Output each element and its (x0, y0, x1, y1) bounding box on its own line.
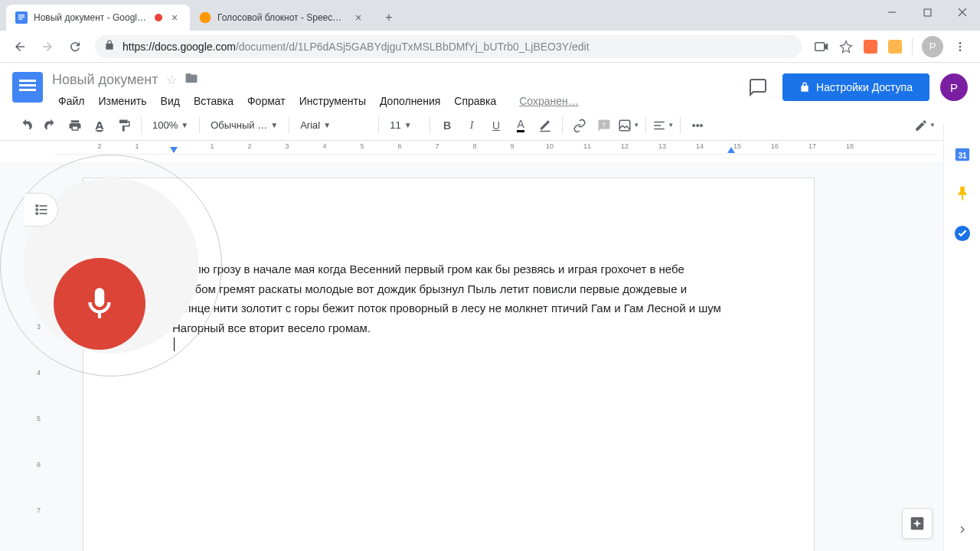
svg-point-12 (959, 42, 962, 44)
window-controls (874, 0, 980, 24)
align-button[interactable]: ▼ (652, 115, 674, 136)
keep-icon[interactable] (954, 185, 971, 202)
extension-icon-2[interactable] (887, 39, 903, 54)
menu-addons[interactable]: Дополнения (374, 92, 446, 110)
indent-marker-left[interactable] (170, 147, 178, 155)
zoom-select[interactable]: 100%▼ (148, 115, 193, 136)
saving-status: Сохранен… (513, 92, 585, 110)
paint-format-button[interactable] (113, 115, 135, 136)
fontsize-select[interactable]: 11▼ (385, 115, 423, 136)
lock-icon (104, 40, 115, 53)
chevron-right-icon[interactable] (956, 523, 969, 539)
toolbar: A̲ 100%▼ Обычный …▼ Arial▼ 11▼ B I U A ▼… (0, 110, 980, 141)
menu-tools[interactable]: Инструменты (293, 92, 372, 110)
bold-button[interactable]: B (436, 115, 458, 136)
camera-icon[interactable] (814, 39, 829, 54)
print-button[interactable] (64, 115, 86, 136)
editing-mode-button[interactable]: ▼ (914, 115, 936, 136)
tab-title: Новый документ - Google Д (34, 12, 150, 23)
insert-comment-button[interactable] (593, 115, 615, 136)
text-color-button[interactable]: A (510, 115, 531, 136)
horizontal-ruler[interactable]: 21123456789101112131415161718 (54, 141, 937, 155)
address-bar: https://docs.google.com/document/d/1LP6d… (0, 31, 980, 63)
menu-insert[interactable]: Вставка (188, 92, 240, 110)
svg-rect-19 (39, 209, 47, 210)
svg-rect-1 (18, 15, 24, 15)
url-host: https://docs.google.com (122, 41, 236, 53)
browser-tabs: Новый документ - Google Д × Голосовой бл… (6, 5, 374, 31)
menubar: Файл Изменить Вид Вставка Формат Инструм… (52, 92, 744, 110)
new-tab-button[interactable]: + (378, 7, 400, 28)
star-icon[interactable]: ☆ (166, 73, 177, 87)
star-icon[interactable] (838, 39, 854, 54)
highlight-button[interactable] (534, 115, 556, 136)
insert-link-button[interactable] (569, 115, 590, 136)
reload-button[interactable] (61, 33, 89, 60)
document-area: 12345678 Люблю грозу в начале мая когда … (0, 162, 943, 551)
side-panel: 31 (943, 124, 980, 551)
doc-title[interactable]: Новый документ (52, 72, 158, 88)
profile-avatar[interactable]: P (922, 36, 943, 57)
speechpad-favicon (199, 11, 211, 24)
svg-rect-16 (35, 204, 38, 207)
italic-button[interactable]: I (461, 115, 482, 136)
spellcheck-button[interactable]: A̲ (89, 115, 110, 136)
explore-button[interactable] (902, 508, 933, 539)
insert-image-button[interactable]: ▼ (618, 115, 639, 136)
extension-icon-1[interactable] (863, 39, 878, 54)
svg-rect-10 (864, 40, 877, 54)
svg-rect-3 (18, 18, 22, 19)
maximize-button[interactable] (910, 0, 945, 24)
undo-button[interactable] (15, 115, 37, 136)
close-button[interactable] (945, 0, 980, 24)
svg-point-13 (959, 45, 962, 47)
omnibox[interactable]: https://docs.google.com/document/d/1LP6d… (95, 35, 802, 58)
outline-button[interactable] (24, 193, 58, 227)
svg-rect-17 (39, 205, 47, 207)
docs-logo[interactable] (12, 72, 43, 103)
browser-tab[interactable]: Голосовой блокнот - Speechpad × (190, 5, 374, 31)
style-select[interactable]: Обычный …▼ (206, 115, 283, 136)
share-label: Настройки Доступа (816, 81, 913, 93)
back-button[interactable] (6, 33, 34, 60)
text-cursor (174, 337, 175, 351)
menu-file[interactable]: Файл (52, 92, 90, 110)
menu-help[interactable]: Справка (448, 92, 502, 110)
document-text[interactable]: Люблю грозу в начале мая когда Весенний … (172, 259, 725, 337)
menu-view[interactable]: Вид (155, 92, 186, 110)
account-avatar[interactable]: P (940, 73, 968, 101)
recording-icon (155, 14, 162, 21)
close-icon[interactable]: × (352, 11, 364, 24)
underline-button[interactable]: U (485, 115, 507, 136)
menu-icon[interactable] (952, 39, 968, 54)
redo-button[interactable] (40, 115, 61, 136)
svg-rect-11 (888, 40, 902, 54)
microphone-button[interactable] (54, 258, 145, 350)
document-page[interactable]: Люблю грозу в начале мая когда Весенний … (83, 178, 815, 551)
folder-icon[interactable] (185, 71, 198, 89)
font-select[interactable]: Arial▼ (296, 115, 372, 136)
svg-text:31: 31 (958, 152, 967, 160)
svg-rect-15 (619, 120, 630, 131)
menu-format[interactable]: Формат (241, 92, 292, 110)
more-button[interactable]: ••• (687, 115, 708, 136)
share-button[interactable]: Настройки Доступа (782, 73, 929, 101)
url-path: /document/d/1LP6dASj5GABYdjguTxMSLBbDMfY… (236, 41, 590, 53)
svg-point-4 (200, 12, 211, 24)
svg-point-14 (959, 49, 962, 51)
svg-rect-20 (35, 212, 38, 214)
calendar-icon[interactable]: 31 (954, 145, 971, 162)
close-icon[interactable]: × (168, 11, 181, 24)
svg-rect-21 (39, 213, 47, 214)
svg-rect-6 (924, 9, 931, 16)
forward-button[interactable] (34, 33, 61, 60)
svg-rect-2 (18, 17, 24, 18)
comments-button[interactable] (744, 73, 772, 101)
minimize-button[interactable] (874, 0, 910, 24)
indent-marker-right[interactable] (727, 147, 735, 155)
menu-edit[interactable]: Изменить (92, 92, 152, 110)
browser-titlebar: Новый документ - Google Д × Голосовой бл… (0, 0, 980, 31)
browser-tab-active[interactable]: Новый документ - Google Д × (6, 5, 190, 31)
tasks-icon[interactable] (954, 225, 971, 242)
doc-header: Новый документ ☆ Файл Изменить Вид Встав… (0, 63, 980, 110)
